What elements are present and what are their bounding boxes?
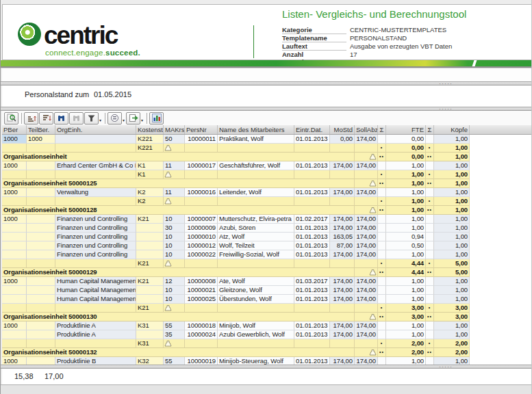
cell-sig2[interactable]	[426, 188, 434, 197]
cell-name[interactable]: Atz, Wolf	[218, 233, 294, 241]
cell-eintr[interactable]	[294, 259, 330, 268]
cell-sig2[interactable]	[426, 135, 434, 144]
cell-makrs[interactable]: 50	[164, 135, 185, 144]
cell-sollabz[interactable]: 174,00	[355, 215, 378, 224]
cell-persnr[interactable]: 10000024	[185, 330, 218, 339]
cell-sollabz[interactable]	[355, 259, 378, 268]
cell-koepfe[interactable]: 1,00	[434, 277, 470, 286]
cell-makrs[interactable]: 10	[164, 241, 185, 250]
cell-mostd[interactable]	[330, 170, 355, 179]
cell-teilber[interactable]	[27, 259, 55, 268]
cell-fte[interactable]: 3,00	[386, 304, 426, 313]
cell-eintr[interactable]	[294, 304, 330, 313]
cell-makrs[interactable]	[164, 259, 185, 268]
cell-pber[interactable]	[2, 144, 27, 153]
cell-orgeinh[interactable]	[55, 304, 136, 313]
cell-sig1[interactable]	[378, 135, 386, 144]
cell-teilber[interactable]	[27, 321, 55, 330]
cell-name[interactable]: Mutterschutz, Elvira-petra	[218, 215, 294, 224]
cell-koepfe[interactable]: 1,00	[434, 144, 470, 153]
cell-pber[interactable]	[2, 250, 27, 259]
cell-sollabz[interactable]: 174,00	[355, 241, 378, 250]
cell-sollabz[interactable]: 174,00	[355, 321, 378, 330]
subtotal-row[interactable]: K21•3,00•3,00	[2, 304, 531, 313]
cell-sig2[interactable]: •	[426, 304, 434, 313]
cell-mostd[interactable]: 174,00	[330, 215, 355, 224]
cell-persnr[interactable]	[185, 304, 218, 313]
cell-name[interactable]: Azubi, Sören	[218, 224, 294, 233]
cell-sig2[interactable]	[426, 295, 434, 304]
cell-makrs[interactable]: 11	[164, 161, 185, 170]
sort-descending-button[interactable]	[39, 112, 53, 124]
totals-button[interactable]	[107, 112, 122, 124]
cell-kostenst[interactable]: K2	[136, 188, 164, 197]
cell-makrs[interactable]	[164, 170, 185, 179]
table-row[interactable]: 1000Human Capital ManagementK21121000000…	[2, 277, 531, 286]
cell-mostd[interactable]	[330, 304, 355, 313]
subtotal-row[interactable]: K2•1,00•1,00	[2, 197, 531, 206]
group-drill-cell[interactable]	[355, 268, 378, 277]
cell-kostenst[interactable]: K2	[136, 197, 164, 206]
cell-orgeinh[interactable]: Verwaltung	[55, 188, 136, 197]
cell-pber[interactable]: 1000	[2, 161, 27, 170]
cell-makrs[interactable]: 55	[164, 321, 185, 330]
column-header-kostenst[interactable]: Kostenst.▲	[136, 125, 164, 134]
cell-koepfe[interactable]: 1,00	[434, 170, 470, 179]
cell-makrs[interactable]: 55	[164, 357, 185, 365]
chart-button[interactable]	[149, 112, 164, 124]
table-row[interactable]: Finanzen und Controlling1010000010Atz, W…	[2, 233, 531, 241]
cell-mostd[interactable]: 174,00	[330, 250, 355, 259]
cell-teilber[interactable]	[27, 233, 55, 241]
table-row[interactable]: 1000Finanzen und ControllingK21101000000…	[2, 215, 531, 224]
cell-persnr[interactable]: 10000011	[185, 135, 218, 144]
cell-name[interactable]: Gleitzone, Wolf	[218, 286, 294, 295]
find-next-button[interactable]	[69, 112, 84, 124]
cell-eintr[interactable]: 01.01.2013	[294, 241, 330, 250]
cell-eintr[interactable]: 01.01.2013	[294, 321, 330, 330]
cell-eintr[interactable]: 01.01.2013	[294, 161, 330, 170]
cell-name[interactable]: Leitender, Wolf	[218, 188, 294, 197]
subtotal-row[interactable]: K21•4,44•5,00	[2, 259, 531, 268]
cell-mostd[interactable]: 174,00	[330, 286, 355, 295]
cell-kostenst[interactable]	[136, 286, 164, 295]
cell-fte[interactable]: 1,00	[386, 215, 426, 224]
cell-sig1[interactable]: •	[378, 144, 386, 153]
cell-fte[interactable]: 1,00	[386, 224, 426, 233]
cell-mostd[interactable]: 0,00	[330, 135, 355, 144]
cell-mostd[interactable]	[330, 144, 355, 153]
cell-makrs[interactable]	[164, 339, 185, 348]
cell-sig1[interactable]	[378, 250, 386, 259]
cell-kostenst[interactable]: K1	[136, 161, 164, 170]
cell-pber[interactable]	[2, 241, 27, 250]
cell-eintr[interactable]: 01.01.2013	[294, 330, 330, 339]
cell-name[interactable]	[218, 339, 294, 348]
cell-koepfe[interactable]: 3,00	[434, 304, 470, 313]
column-header-koepfe[interactable]: Köpfe	[434, 125, 470, 134]
column-header-eintr[interactable]: Eintr.Dat.	[294, 125, 330, 134]
cell-orgeinh[interactable]: Finanzen und Controlling	[55, 241, 136, 250]
cell-teilber[interactable]	[27, 241, 55, 250]
find-button[interactable]	[54, 112, 68, 124]
cell-teilber[interactable]: 1000	[27, 135, 55, 144]
cell-pber[interactable]: 1000	[2, 321, 27, 330]
cell-teilber[interactable]	[27, 357, 55, 365]
table-row[interactable]: Produktlinie A3510000024Azubi Gewerblich…	[2, 330, 531, 339]
column-header-makrs[interactable]: MAKrs	[164, 125, 185, 134]
cell-sig1[interactable]	[378, 321, 386, 330]
column-header-sig1[interactable]: Σ	[378, 125, 386, 134]
cell-fte[interactable]: 1,00	[386, 321, 426, 330]
cell-makrs[interactable]	[164, 304, 185, 313]
cell-mostd[interactable]: 174,00	[330, 277, 355, 286]
cell-makrs[interactable]: 10	[164, 286, 185, 295]
cell-sig1[interactable]	[378, 215, 386, 224]
cell-name[interactable]: Minijob, Wolf	[218, 321, 294, 330]
cell-name[interactable]	[218, 170, 294, 179]
cell-fte[interactable]: 1,00	[386, 197, 426, 206]
cell-orgeinh[interactable]: Finanzen und Controlling	[55, 250, 136, 259]
cell-persnr[interactable]: 10000025	[185, 295, 218, 304]
cell-makrs[interactable]: 10	[164, 295, 185, 304]
cell-sollabz[interactable]: 174,00	[355, 295, 378, 304]
cell-persnr[interactable]: 10000022	[185, 250, 218, 259]
cell-sollabz[interactable]: 174,00	[355, 161, 378, 170]
cell-eintr[interactable]	[294, 170, 330, 179]
